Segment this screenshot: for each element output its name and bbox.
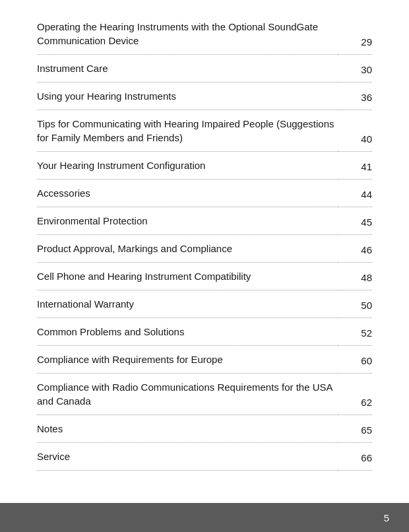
toc-entry-text: Service xyxy=(37,443,338,471)
table-row: Using your Hearing Instruments36 xyxy=(37,83,372,110)
table-row: Tips for Communicating with Hearing Impa… xyxy=(37,110,372,152)
toc-entry-page: 66 xyxy=(338,443,372,471)
toc-entry-page: 62 xyxy=(338,374,372,415)
footer-page-number: 5 xyxy=(384,512,389,523)
toc-entry-page: 44 xyxy=(338,180,372,207)
toc-entry-page: 48 xyxy=(338,263,372,290)
table-row: Operating the Hearing Instruments with t… xyxy=(37,13,372,55)
toc-entry-text: Your Hearing Instrument Configuration xyxy=(37,152,338,180)
toc-entry-text: Cell Phone and Hearing Instrument Compat… xyxy=(37,263,338,290)
toc-entry-text: Using your Hearing Instruments xyxy=(37,83,338,110)
toc-entry-page: 40 xyxy=(338,110,372,152)
table-row: Environmental Protection45 xyxy=(37,207,372,235)
table-row: Cell Phone and Hearing Instrument Compat… xyxy=(37,263,372,290)
table-row: Accessories44 xyxy=(37,180,372,207)
table-row: Notes65 xyxy=(37,415,372,443)
table-row: Instrument Care30 xyxy=(37,55,372,83)
toc-entry-page: 36 xyxy=(338,83,372,110)
table-row: Compliance with Radio Communications Req… xyxy=(37,374,372,415)
toc-entry-text: Environmental Protection xyxy=(37,207,338,235)
toc-entry-page: 52 xyxy=(338,318,372,346)
toc-entry-text: International Warranty xyxy=(37,290,338,318)
toc-entry-text: Operating the Hearing Instruments with t… xyxy=(37,13,338,55)
toc-entry-text: Common Problems and Solutions xyxy=(37,318,338,346)
toc-entry-text: Instrument Care xyxy=(37,55,338,83)
table-row: International Warranty50 xyxy=(37,290,372,318)
table-row: Common Problems and Solutions52 xyxy=(37,318,372,346)
toc-entry-text: Notes xyxy=(37,415,338,443)
toc-entry-text: Product Approval, Markings and Complianc… xyxy=(37,235,338,263)
toc-entry-page: 29 xyxy=(338,13,372,55)
toc-entry-text: Compliance with Requirements for Europe xyxy=(37,346,338,374)
toc-entry-text: Accessories xyxy=(37,180,338,207)
table-row: Service66 xyxy=(37,443,372,471)
table-row: Compliance with Requirements for Europe6… xyxy=(37,346,372,374)
toc-entry-page: 65 xyxy=(338,415,372,443)
toc-entry-page: 30 xyxy=(338,55,372,83)
toc-entry-page: 46 xyxy=(338,235,372,263)
toc-table: Operating the Hearing Instruments with t… xyxy=(37,13,372,471)
toc-entry-text: Compliance with Radio Communications Req… xyxy=(37,374,338,415)
page-footer: 5 xyxy=(0,503,409,532)
table-row: Your Hearing Instrument Configuration41 xyxy=(37,152,372,180)
toc-entry-page: 60 xyxy=(338,346,372,374)
toc-entry-page: 45 xyxy=(338,207,372,235)
toc-entry-text: Tips for Communicating with Hearing Impa… xyxy=(37,110,338,152)
toc-entry-page: 41 xyxy=(338,152,372,180)
toc-entry-page: 50 xyxy=(338,290,372,318)
table-row: Product Approval, Markings and Complianc… xyxy=(37,235,372,263)
toc-content: Operating the Hearing Instruments with t… xyxy=(0,0,409,503)
